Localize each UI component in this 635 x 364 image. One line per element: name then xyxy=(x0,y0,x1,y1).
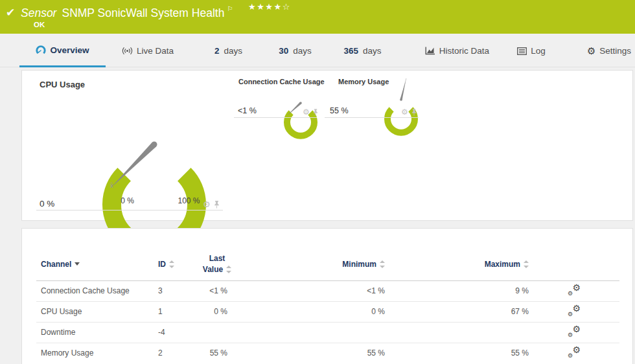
table-row[interactable]: Connection Cache Usage 3 <1 % <1 % 9 % ⚙… xyxy=(36,280,619,301)
divider xyxy=(325,117,419,118)
status-ok-check-icon: ✔ xyxy=(6,6,15,19)
cpu-current-value: 0 % xyxy=(40,199,54,209)
sort-icon xyxy=(169,260,174,268)
channel-id: 1 xyxy=(153,301,197,322)
minimum-value xyxy=(237,322,395,343)
last-value: <1 % xyxy=(197,280,237,301)
tab-label: Settings xyxy=(599,46,631,56)
tab-settings[interactable]: ⚙ Settings xyxy=(583,34,635,67)
pin-icon[interactable] xyxy=(313,109,318,116)
gear-icon[interactable]: ⚙ xyxy=(303,108,310,116)
cpu-mean-marker: x̄ xyxy=(110,182,113,189)
channel-settings-icon[interactable]: ⚙⚙ xyxy=(568,347,581,358)
tab-label: days xyxy=(224,46,242,56)
channel-name: Memory Usage xyxy=(36,343,153,363)
channel-settings-icon[interactable]: ⚙⚙ xyxy=(568,326,581,337)
gauge-icon xyxy=(36,45,46,55)
pin-icon[interactable] xyxy=(214,201,220,209)
tab-365-days[interactable]: 365 days xyxy=(332,34,393,67)
status-badge: OK xyxy=(34,21,45,28)
table-row[interactable]: CPU Usage 1 0 % 0 % 67 % ⚙⚙ xyxy=(36,301,619,322)
table-row[interactable]: Downtime -4 ⚙⚙ xyxy=(36,322,619,343)
sensor-kind-label: Sensor xyxy=(21,6,56,19)
col-header-id[interactable]: ID xyxy=(153,248,197,280)
tab-label: Historic Data xyxy=(439,46,489,56)
log-icon xyxy=(517,47,527,55)
flag-icon[interactable]: ⚐ xyxy=(227,5,233,12)
sort-desc-icon xyxy=(75,262,80,266)
pin-icon[interactable] xyxy=(411,109,417,116)
gear-icon[interactable]: ⚙ xyxy=(203,200,211,209)
last-value: 0 % xyxy=(197,301,237,322)
cpu-scale-max: 100 % xyxy=(174,196,203,205)
sensor-title-line: SensorSNMP SonicWall System Health⚐ xyxy=(21,5,233,20)
cpu-gauge-tools: ⚙ xyxy=(203,200,220,209)
channel-name: CPU Usage xyxy=(36,301,153,322)
cpu-scale-min: 0 % xyxy=(113,196,142,205)
maximum-value xyxy=(395,322,542,343)
channels-panel: Channel ID LastValue Minimum Maximum Con… xyxy=(21,228,633,364)
minimum-value: <1 % xyxy=(237,280,395,301)
stars-filled: ★★★★ xyxy=(248,2,283,12)
channel-settings-icon[interactable]: ⚙⚙ xyxy=(568,305,581,317)
divider xyxy=(234,117,317,118)
sort-icon xyxy=(524,260,529,268)
table-row[interactable]: Memory Usage 2 55 % 55 % 55 % ⚙⚙ xyxy=(36,343,619,363)
tab-label: Live Data xyxy=(137,46,174,56)
minimum-value: 55 % xyxy=(237,343,395,363)
channel-id: 3 xyxy=(153,280,197,301)
tab-2-days[interactable]: 2 days xyxy=(198,34,259,67)
cpu-gauge xyxy=(99,87,209,198)
tab-label: days xyxy=(293,46,312,56)
tab-bar: Overview Live Data 2 days 30 days 365 da… xyxy=(0,34,635,67)
memory-current-value: 55 % xyxy=(330,106,349,115)
channel-name: Downtime xyxy=(36,322,153,343)
col-header-actions xyxy=(542,248,619,280)
tab-30-days[interactable]: 30 days xyxy=(264,34,326,67)
tab-label: Overview xyxy=(50,45,89,55)
col-header-channel[interactable]: Channel xyxy=(36,248,153,280)
tab-number: 2 xyxy=(214,46,220,56)
tab-label: Log xyxy=(531,46,546,56)
priority-star-rating[interactable]: ★★★★☆ xyxy=(248,2,291,12)
table-header-row: Channel ID LastValue Minimum Maximum xyxy=(36,248,619,280)
memory-gauge-tools: ⚙ xyxy=(401,108,417,116)
cache-current-value: <1 % xyxy=(238,106,257,115)
memory-gauge-title: Memory Usage xyxy=(338,78,389,85)
channel-id: -4 xyxy=(153,322,197,343)
col-header-maximum[interactable]: Maximum xyxy=(395,248,542,280)
divider xyxy=(36,210,223,210)
cache-gauge-tools: ⚙ xyxy=(303,108,318,116)
overview-gauges-panel: CPU Usage x̄ 0 % 100 % 0 % ⚙ Connection … xyxy=(21,70,633,221)
tab-label: days xyxy=(363,46,382,56)
cpu-gauge-title: CPU Usage xyxy=(40,80,85,89)
sort-icon xyxy=(380,260,385,268)
col-header-last-value[interactable]: LastValue xyxy=(197,248,237,280)
tab-number: 30 xyxy=(279,46,288,56)
tab-live-data[interactable]: Live Data xyxy=(115,34,180,67)
last-value xyxy=(197,322,237,343)
channel-id: 2 xyxy=(153,343,197,363)
gear-icon: ⚙ xyxy=(587,46,595,56)
prtg-sensor-page: ✔ SensorSNMP SonicWall System Health⚐ ★★… xyxy=(0,0,635,364)
last-value: 55 % xyxy=(197,343,237,363)
maximum-value: 9 % xyxy=(395,280,542,301)
page-title: SNMP SonicWall System Health xyxy=(62,6,224,19)
gear-icon[interactable]: ⚙ xyxy=(401,108,408,116)
sensor-status-header: ✔ SensorSNMP SonicWall System Health⚐ ★★… xyxy=(0,0,635,34)
channel-settings-icon[interactable]: ⚙⚙ xyxy=(568,284,581,296)
tab-number: 365 xyxy=(343,46,358,56)
tab-historic-data[interactable]: Historic Data xyxy=(420,34,494,67)
tab-overview[interactable]: Overview xyxy=(19,34,106,67)
star-empty: ☆ xyxy=(283,2,291,12)
chart-icon xyxy=(425,47,435,55)
sort-icon xyxy=(226,266,231,273)
channels-table: Channel ID LastValue Minimum Maximum Con… xyxy=(36,248,619,363)
maximum-value: 67 % xyxy=(395,301,542,322)
broadcast-icon xyxy=(122,47,133,55)
col-header-minimum[interactable]: Minimum xyxy=(237,248,395,280)
minimum-value: 0 % xyxy=(237,301,395,322)
channel-name: Connection Cache Usage xyxy=(36,280,153,301)
tab-log[interactable]: Log xyxy=(512,34,551,67)
maximum-value: 55 % xyxy=(395,343,542,363)
